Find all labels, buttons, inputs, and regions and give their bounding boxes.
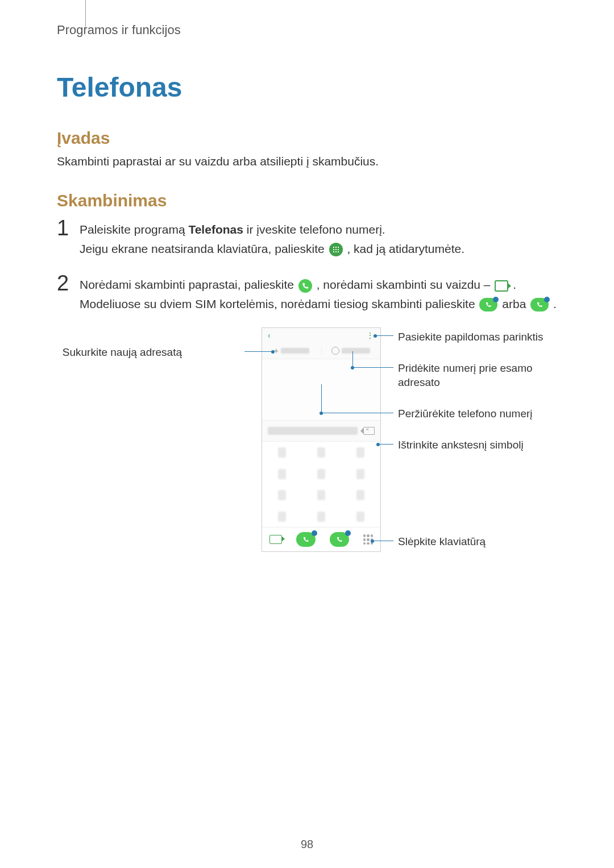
sim2-call-button[interactable]: [330, 532, 349, 547]
sim1-call-icon: [479, 298, 497, 312]
keypad-icon: [329, 243, 343, 256]
step-body: Norėdami skambinti paprastai, palieskite…: [80, 272, 557, 313]
blurred-label: [281, 348, 309, 354]
step-2: 2 Norėdami skambinti paprastai, palieski…: [57, 272, 557, 313]
callout-more-options: Pasiekite papildomas parinktis: [398, 330, 544, 344]
phone-mock-wrapper: ‹ ⋮ +: [57, 327, 557, 583]
person-icon: [331, 347, 339, 355]
video-call-button[interactable]: [269, 535, 282, 544]
text: .: [513, 278, 516, 291]
section-heading-calling: Skambinimas: [57, 191, 557, 210]
backspace-icon[interactable]: [363, 427, 375, 435]
number-display: [268, 427, 358, 435]
text: .: [553, 297, 557, 310]
callout-add-to-contact: Pridėkite numerį prie esamo adresato: [398, 362, 546, 389]
callout-hide-keypad: Slėpkite klaviatūrą: [398, 535, 486, 549]
text: Modeliuose su dviem SIM kortelėmis, norė…: [80, 297, 478, 310]
text: Paleiskite programą: [80, 223, 188, 236]
header-divider: [85, 0, 86, 28]
step-body: Paleiskite programą Telefonas ir įveskit…: [80, 217, 464, 258]
page-number: 98: [0, 838, 614, 851]
step-number: 1: [57, 217, 80, 239]
callout-new-contact: Sukurkite naują adresatą: [34, 346, 182, 360]
bold-app-name: Telefonas: [188, 223, 243, 236]
sim2-call-icon: [530, 298, 549, 312]
step-1: 1 Paleiskite programą Telefonas ir įvesk…: [57, 217, 557, 258]
text: Jeigu ekrane neatsiranda klaviatūra, pal…: [80, 242, 328, 255]
text: arba: [502, 297, 529, 310]
callout-delete-char: Ištrinkite ankstesnį simbolį: [398, 438, 524, 452]
dial-keypad[interactable]: [262, 441, 380, 527]
text: Norėdami skambinti paprastai, palieskite: [80, 278, 297, 291]
phone-mock: ‹ ⋮ +: [262, 327, 381, 552]
page-title: Telefonas: [57, 72, 557, 103]
number-input-row: [262, 420, 380, 441]
video-call-icon: [495, 280, 508, 292]
phone-bottom-bar: [262, 527, 380, 551]
step-number: 2: [57, 272, 80, 294]
callout-preview-number: Peržiūrėkite telefono numerį: [398, 407, 533, 421]
add-to-contact-button[interactable]: [321, 347, 381, 355]
phone-contact-row: +: [262, 343, 380, 359]
section-heading-intro: Įvadas: [57, 128, 557, 148]
text: , kad ją atidarytumėte.: [347, 242, 464, 255]
text: ir įveskite telefono numerį.: [243, 223, 385, 236]
back-icon[interactable]: ‹: [268, 331, 271, 340]
text: , norėdami skambinti su vaizdu –: [317, 278, 494, 291]
call-icon: [298, 279, 312, 293]
breadcrumb: Programos ir funkcijos: [57, 23, 557, 38]
intro-text: Skambinti paprastai ar su vaizdu arba at…: [57, 155, 557, 168]
phone-top-bar: ‹ ⋮: [262, 328, 380, 343]
sim1-call-button[interactable]: [296, 532, 316, 547]
blurred-label: [342, 348, 370, 354]
